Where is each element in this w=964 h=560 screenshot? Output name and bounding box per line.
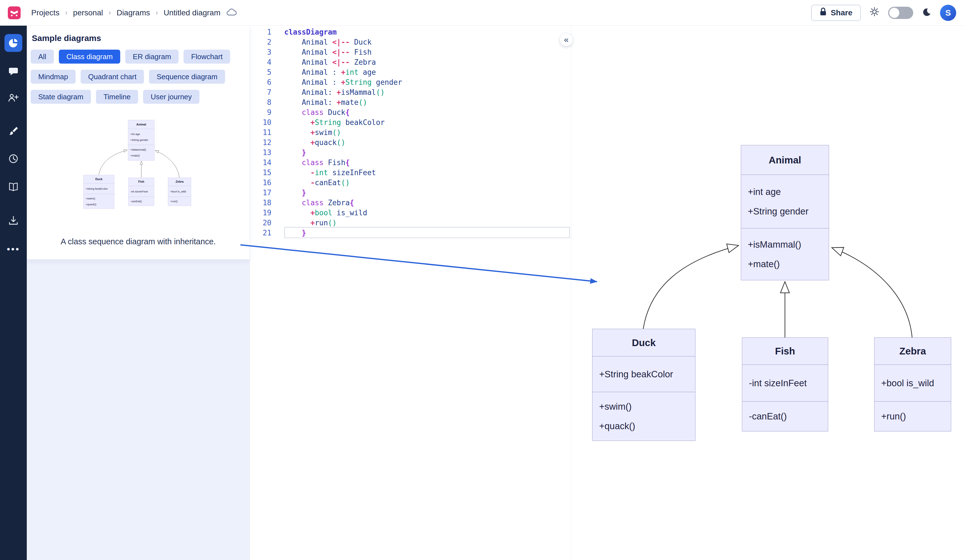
filter-class-diagram[interactable]: Class diagram — [59, 50, 120, 63]
filter-quadrant-chart[interactable]: Quadrant chart — [81, 70, 144, 84]
filter-user-journey[interactable]: User journey — [143, 90, 199, 104]
filter-state-diagram[interactable]: State diagram — [31, 90, 91, 104]
mini-class-attr: +bool is_wild — [168, 189, 191, 194]
sample-preview-stage: Animal +int age +String gender +isMammal… — [83, 120, 191, 208]
code-line[interactable]: 14 class Fish{ — [250, 158, 572, 168]
code-line[interactable]: 4 Animal <|-- Zebra — [250, 57, 572, 67]
filter-all[interactable]: All — [31, 50, 54, 63]
class-title: Animal — [741, 145, 829, 174]
code-line[interactable]: 13 } — [250, 148, 572, 158]
code-line[interactable]: 8 Animal: +mate() — [250, 97, 572, 107]
sample-preview[interactable]: Animal +int age +String gender +isMammal… — [83, 120, 193, 212]
more-icon: ••• — [7, 244, 20, 255]
mini-class-node-animal: Animal +int age +String gender +isMammal… — [128, 120, 155, 161]
line-number: 10 — [250, 117, 271, 127]
code-line[interactable]: 1classDiagram — [250, 27, 572, 37]
code-line[interactable]: 11 +swim() — [250, 127, 572, 137]
code-editor[interactable]: 1classDiagram2 Animal <|-- Duck3 Animal … — [250, 26, 571, 560]
rail-item-more[interactable]: ••• — [0, 244, 27, 255]
class-method: +mate() — [741, 254, 829, 274]
dark-mode-icon[interactable] — [922, 8, 931, 18]
breadcrumb-diagrams[interactable]: Diagrams — [117, 8, 150, 17]
code-line[interactable]: 15 -int sizeInFeet — [250, 168, 572, 177]
code-line[interactable]: 2 Animal <|-- Duck — [250, 37, 572, 47]
breadcrumb-separator: › — [156, 8, 158, 17]
mini-class-node-duck: Duck +String beakColor +swim() +quack() — [83, 175, 114, 209]
line-number: 14 — [250, 158, 271, 168]
line-number: 6 — [250, 77, 271, 87]
icon-rail: ••• — [0, 26, 27, 560]
breadcrumb-personal[interactable]: personal — [73, 8, 103, 17]
line-number: 2 — [250, 37, 271, 47]
code-line[interactable]: 16 -canEat() — [250, 177, 572, 188]
code-line[interactable]: 20 +run() — [250, 218, 572, 228]
avatar[interactable]: S — [940, 5, 956, 21]
code-line[interactable]: 17 } — [250, 188, 572, 198]
breadcrumb-projects[interactable]: Projects — [31, 8, 59, 17]
paintbrush-icon — [8, 126, 19, 138]
rail-item-collaboration[interactable] — [0, 93, 27, 104]
rail-item-export[interactable] — [0, 215, 27, 227]
class-attr: +int age — [741, 182, 829, 202]
filter-er-diagram[interactable]: ER diagram — [125, 50, 179, 63]
code-lines[interactable]: 1classDiagram2 Animal <|-- Duck3 Animal … — [250, 27, 572, 238]
line-number: 9 — [250, 107, 271, 117]
line-number: 11 — [250, 127, 271, 137]
line-number: 8 — [250, 97, 271, 107]
rail-item-chat[interactable] — [0, 66, 27, 78]
rail-item-documentation[interactable] — [0, 182, 27, 194]
mini-class-method: +quack() — [83, 201, 114, 207]
rail-item-history[interactable] — [0, 153, 27, 165]
mini-class-attr: +int age — [128, 131, 154, 137]
sample-panel: Sample diagrams All Class diagram ER dia… — [27, 26, 250, 560]
filter-mindmap[interactable]: Mindmap — [31, 70, 76, 84]
collapse-panel-button[interactable]: « — [560, 33, 573, 46]
breadcrumb-untitled-diagram[interactable]: Untitled diagram — [163, 8, 220, 17]
breadcrumb-separator: › — [65, 8, 67, 17]
line-number: 5 — [250, 67, 271, 77]
diagram-canvas[interactable]: Animal +int age +String gender +isMammal… — [571, 26, 964, 560]
mini-class-method: +isMammal() — [128, 147, 154, 153]
mini-class-node-zebra: Zebra +bool is_wild +run() — [168, 177, 191, 206]
topbar-actions: Share S — [811, 5, 956, 21]
class-attr: +String beakColor — [593, 365, 695, 384]
collaboration-icon — [8, 93, 19, 104]
filter-timeline[interactable]: Timeline — [96, 90, 138, 104]
theme-toggle[interactable] — [888, 7, 913, 19]
mini-class-method: -canEat() — [128, 198, 154, 204]
mini-class-node-fish: Fish -int sizeInFeet -canEat() — [128, 177, 154, 206]
class-attr: +String gender — [741, 202, 829, 221]
code-line[interactable]: 19 +bool is_wild — [250, 208, 572, 218]
line-number: 15 — [250, 168, 271, 177]
rail-item-styling[interactable] — [0, 126, 27, 138]
cloud-sync-icon — [226, 8, 236, 18]
class-method: +isMammal() — [741, 235, 829, 254]
filter-flowchart[interactable]: Flowchart — [184, 50, 230, 63]
code-line[interactable]: 12 +quack() — [250, 137, 572, 148]
code-line[interactable]: 6 Animal : +String gender — [250, 77, 572, 87]
mini-class-method: +mate() — [128, 153, 154, 158]
code-line[interactable]: 7 Animal: +isMammal() — [250, 87, 572, 97]
mini-class-title: Zebra — [168, 177, 191, 186]
code-line[interactable]: 9 class Duck{ — [250, 107, 572, 117]
light-mode-icon[interactable] — [870, 7, 879, 19]
code-line[interactable]: 18 class Zebra{ — [250, 198, 572, 208]
code-line[interactable]: 10 +String beakColor — [250, 117, 572, 127]
code-line[interactable]: 5 Animal : +int age — [250, 67, 572, 77]
code-line[interactable]: 3 Animal <|-- Fish — [250, 47, 572, 57]
lock-icon — [819, 8, 827, 18]
breadcrumb-separator: › — [109, 8, 111, 17]
line-number: 12 — [250, 137, 271, 148]
mini-class-method: +swim() — [83, 195, 114, 201]
line-number: 19 — [250, 208, 271, 218]
rail-item-samples[interactable] — [0, 34, 27, 52]
mini-class-title: Animal — [128, 120, 154, 129]
breadcrumb: Projects › personal › Diagrams › Untitle… — [31, 8, 220, 17]
mini-class-method: +run() — [168, 198, 191, 204]
mermaid-logo-icon[interactable] — [8, 7, 21, 19]
line-number: 20 — [250, 218, 271, 228]
filter-sequence-diagram[interactable]: Sequence diagram — [149, 70, 225, 84]
share-button[interactable]: Share — [811, 5, 861, 21]
class-title: Duck — [593, 329, 695, 356]
mini-class-attr: +String gender — [128, 137, 154, 143]
